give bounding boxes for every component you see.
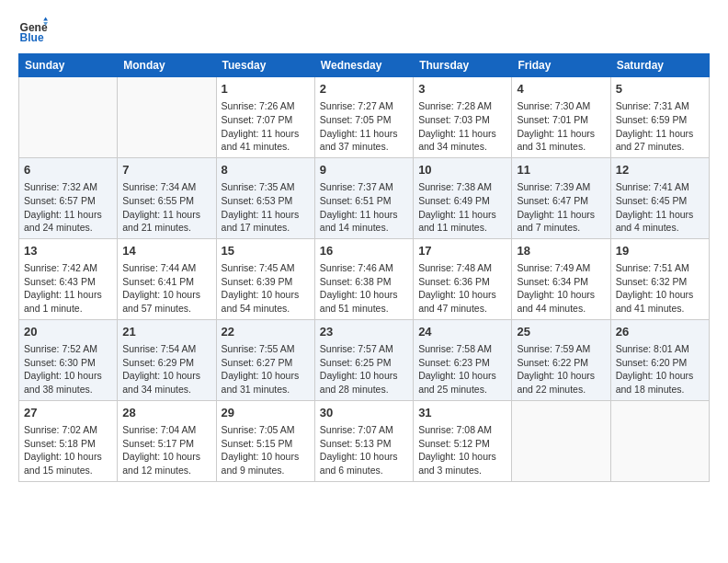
- day-number: 10: [418, 162, 506, 178]
- day-number: 24: [418, 324, 506, 340]
- day-number: 14: [122, 243, 210, 259]
- day-cell: 25Sunrise: 7:59 AM Sunset: 6:22 PM Dayli…: [512, 319, 610, 400]
- day-number: 8: [222, 162, 310, 178]
- day-number: 1: [222, 81, 310, 98]
- calendar-table: SundayMondayTuesdayWednesdayThursdayFrid…: [18, 53, 710, 482]
- day-info: Sunrise: 7:57 AM Sunset: 6:25 PM Dayligh…: [320, 342, 408, 396]
- day-number: 20: [24, 324, 112, 340]
- logo-icon: General Blue: [18, 15, 48, 44]
- day-info: Sunrise: 7:48 AM Sunset: 6:36 PM Dayligh…: [418, 261, 506, 316]
- day-number: 17: [418, 243, 506, 259]
- day-info: Sunrise: 7:46 AM Sunset: 6:38 PM Dayligh…: [320, 261, 408, 316]
- day-cell: 23Sunrise: 7:57 AM Sunset: 6:25 PM Dayli…: [314, 319, 413, 400]
- day-cell: 9Sunrise: 7:37 AM Sunset: 6:51 PM Daylig…: [314, 157, 413, 238]
- day-info: Sunrise: 7:08 AM Sunset: 5:12 PM Dayligh…: [418, 423, 506, 477]
- day-cell: 3Sunrise: 7:28 AM Sunset: 7:03 PM Daylig…: [414, 77, 512, 158]
- day-cell: 16Sunrise: 7:46 AM Sunset: 6:38 PM Dayli…: [314, 238, 413, 319]
- day-number: 22: [222, 324, 310, 340]
- day-info: Sunrise: 7:42 AM Sunset: 6:43 PM Dayligh…: [24, 261, 112, 316]
- week-row-3: 13Sunrise: 7:42 AM Sunset: 6:43 PM Dayli…: [19, 238, 710, 319]
- weekday-header-tuesday: Tuesday: [216, 54, 314, 77]
- day-cell: 19Sunrise: 7:51 AM Sunset: 6:32 PM Dayli…: [610, 238, 709, 319]
- day-info: Sunrise: 7:05 AM Sunset: 5:15 PM Dayligh…: [222, 423, 310, 477]
- day-number: 9: [320, 162, 408, 178]
- day-info: Sunrise: 7:37 AM Sunset: 6:51 PM Dayligh…: [320, 180, 408, 235]
- weekday-header-wednesday: Wednesday: [314, 54, 413, 77]
- day-cell: 1Sunrise: 7:26 AM Sunset: 7:07 PM Daylig…: [216, 77, 314, 158]
- day-info: Sunrise: 7:38 AM Sunset: 6:49 PM Dayligh…: [418, 180, 506, 235]
- week-row-5: 27Sunrise: 7:02 AM Sunset: 5:18 PM Dayli…: [19, 400, 710, 481]
- day-cell: [19, 77, 118, 158]
- day-cell: 20Sunrise: 7:52 AM Sunset: 6:30 PM Dayli…: [19, 319, 118, 400]
- day-number: 13: [24, 243, 112, 259]
- day-number: 27: [24, 405, 112, 421]
- week-row-4: 20Sunrise: 7:52 AM Sunset: 6:30 PM Dayli…: [19, 319, 710, 400]
- day-number: 29: [222, 405, 310, 421]
- day-info: Sunrise: 7:07 AM Sunset: 5:13 PM Dayligh…: [320, 423, 408, 477]
- day-cell: 14Sunrise: 7:44 AM Sunset: 6:41 PM Dayli…: [118, 238, 216, 319]
- weekday-header-row: SundayMondayTuesdayWednesdayThursdayFrid…: [19, 54, 710, 77]
- day-info: Sunrise: 7:52 AM Sunset: 6:30 PM Dayligh…: [24, 342, 112, 396]
- day-cell: [512, 400, 610, 481]
- day-cell: 6Sunrise: 7:32 AM Sunset: 6:57 PM Daylig…: [19, 157, 118, 238]
- day-number: 5: [616, 81, 704, 98]
- day-number: 6: [24, 162, 112, 178]
- day-info: Sunrise: 7:28 AM Sunset: 7:03 PM Dayligh…: [418, 99, 506, 154]
- day-number: 2: [320, 81, 408, 98]
- day-cell: 5Sunrise: 7:31 AM Sunset: 6:59 PM Daylig…: [610, 77, 709, 158]
- day-cell: 27Sunrise: 7:02 AM Sunset: 5:18 PM Dayli…: [19, 400, 118, 481]
- day-info: Sunrise: 7:44 AM Sunset: 6:41 PM Dayligh…: [122, 261, 210, 316]
- week-row-1: 1Sunrise: 7:26 AM Sunset: 7:07 PM Daylig…: [19, 77, 710, 158]
- day-info: Sunrise: 7:59 AM Sunset: 6:22 PM Dayligh…: [517, 342, 605, 396]
- logo: General Blue: [18, 15, 48, 44]
- day-number: 31: [418, 405, 506, 421]
- day-number: 16: [320, 243, 408, 259]
- week-row-2: 6Sunrise: 7:32 AM Sunset: 6:57 PM Daylig…: [19, 157, 710, 238]
- svg-marker-2: [43, 17, 48, 20]
- day-info: Sunrise: 7:41 AM Sunset: 6:45 PM Dayligh…: [616, 180, 704, 235]
- day-number: 12: [616, 162, 704, 178]
- day-info: Sunrise: 7:26 AM Sunset: 7:07 PM Dayligh…: [222, 99, 310, 154]
- day-info: Sunrise: 7:51 AM Sunset: 6:32 PM Dayligh…: [616, 261, 704, 316]
- day-info: Sunrise: 7:45 AM Sunset: 6:39 PM Dayligh…: [222, 261, 310, 316]
- day-cell: 7Sunrise: 7:34 AM Sunset: 6:55 PM Daylig…: [118, 157, 216, 238]
- day-cell: 30Sunrise: 7:07 AM Sunset: 5:13 PM Dayli…: [314, 400, 413, 481]
- day-info: Sunrise: 7:39 AM Sunset: 6:47 PM Dayligh…: [517, 180, 605, 235]
- day-cell: 21Sunrise: 7:54 AM Sunset: 6:29 PM Dayli…: [118, 319, 216, 400]
- day-cell: 10Sunrise: 7:38 AM Sunset: 6:49 PM Dayli…: [414, 157, 512, 238]
- day-number: 25: [517, 324, 605, 340]
- day-info: Sunrise: 7:54 AM Sunset: 6:29 PM Dayligh…: [122, 342, 210, 396]
- day-cell: 17Sunrise: 7:48 AM Sunset: 6:36 PM Dayli…: [414, 238, 512, 319]
- day-info: Sunrise: 7:34 AM Sunset: 6:55 PM Dayligh…: [122, 180, 210, 235]
- day-cell: 4Sunrise: 7:30 AM Sunset: 7:01 PM Daylig…: [512, 77, 610, 158]
- day-cell: 15Sunrise: 7:45 AM Sunset: 6:39 PM Dayli…: [216, 238, 314, 319]
- day-info: Sunrise: 7:04 AM Sunset: 5:17 PM Dayligh…: [122, 423, 210, 477]
- day-info: Sunrise: 7:31 AM Sunset: 6:59 PM Dayligh…: [616, 99, 704, 154]
- day-cell: 22Sunrise: 7:55 AM Sunset: 6:27 PM Dayli…: [216, 319, 314, 400]
- day-number: 3: [418, 81, 506, 98]
- day-cell: 31Sunrise: 7:08 AM Sunset: 5:12 PM Dayli…: [414, 400, 512, 481]
- day-info: Sunrise: 8:01 AM Sunset: 6:20 PM Dayligh…: [616, 342, 704, 396]
- weekday-header-monday: Monday: [118, 54, 216, 77]
- svg-text:Blue: Blue: [20, 31, 44, 44]
- day-info: Sunrise: 7:02 AM Sunset: 5:18 PM Dayligh…: [24, 423, 112, 477]
- day-number: 21: [122, 324, 210, 340]
- day-number: 23: [320, 324, 408, 340]
- day-info: Sunrise: 7:30 AM Sunset: 7:01 PM Dayligh…: [517, 99, 605, 154]
- day-cell: 28Sunrise: 7:04 AM Sunset: 5:17 PM Dayli…: [118, 400, 216, 481]
- day-cell: 13Sunrise: 7:42 AM Sunset: 6:43 PM Dayli…: [19, 238, 118, 319]
- day-cell: 12Sunrise: 7:41 AM Sunset: 6:45 PM Dayli…: [610, 157, 709, 238]
- day-number: 15: [222, 243, 310, 259]
- day-cell: 8Sunrise: 7:35 AM Sunset: 6:53 PM Daylig…: [216, 157, 314, 238]
- day-number: 26: [616, 324, 704, 340]
- day-cell: [610, 400, 709, 481]
- day-info: Sunrise: 7:58 AM Sunset: 6:23 PM Dayligh…: [418, 342, 506, 396]
- day-info: Sunrise: 7:32 AM Sunset: 6:57 PM Dayligh…: [24, 180, 112, 235]
- day-info: Sunrise: 7:55 AM Sunset: 6:27 PM Dayligh…: [222, 342, 310, 396]
- day-info: Sunrise: 7:27 AM Sunset: 7:05 PM Dayligh…: [320, 99, 408, 154]
- day-cell: 24Sunrise: 7:58 AM Sunset: 6:23 PM Dayli…: [414, 319, 512, 400]
- day-number: 11: [517, 162, 605, 178]
- day-number: 19: [616, 243, 704, 259]
- day-number: 28: [122, 405, 210, 421]
- day-number: 18: [517, 243, 605, 259]
